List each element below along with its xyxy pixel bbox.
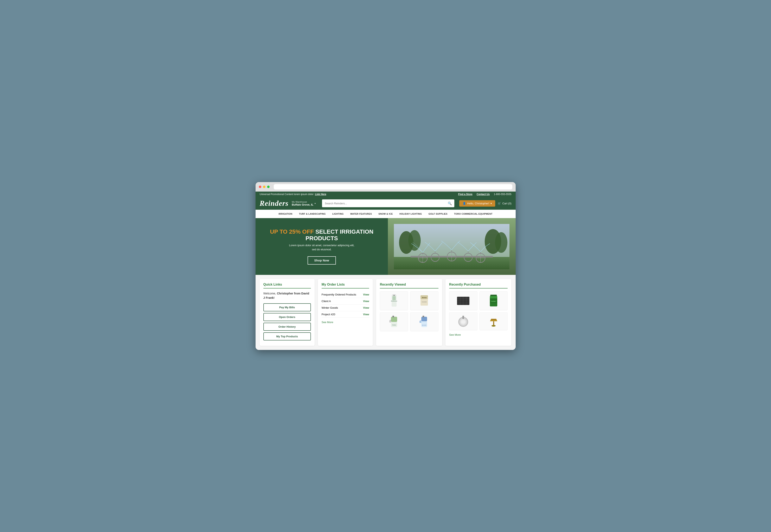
site-header: Reinders My Warehouse Buffalo Grove, IL … (256, 197, 516, 210)
nav-snow-ice[interactable]: SNOW & ICE (375, 210, 396, 218)
recently-purchased-item-0[interactable] (449, 291, 477, 310)
search-bar: 🔍 (322, 199, 454, 207)
nav-turf[interactable]: TURF & LANDSCAPING (296, 210, 329, 218)
svg-rect-49 (490, 295, 497, 296)
recently-viewed-item-1[interactable]: Arena Insecticide (410, 291, 438, 310)
welcome-message: Welcome, Christopher from David J Frank! (264, 291, 311, 300)
svg-rect-27 (392, 296, 396, 300)
order-lists-see-more[interactable]: See More (322, 321, 369, 324)
nav-water-features[interactable]: WATER FEATURES (347, 210, 375, 218)
order-list-view-0[interactable]: View (363, 293, 369, 296)
svg-point-58 (461, 320, 465, 324)
maximize-dot[interactable] (267, 186, 270, 188)
dropdown-icon: ▾ (490, 202, 492, 205)
recently-viewed-grid: BioAdvanced Arena Insecticide (380, 291, 438, 331)
svg-rect-36 (392, 316, 394, 317)
recently-viewed-title: Recently Viewed (380, 283, 438, 288)
recently-purchased-item-1[interactable]: NUTREX (479, 291, 508, 310)
my-top-products-button[interactable]: My Top Products (264, 332, 311, 340)
quick-links-title: Quick Links (264, 283, 311, 288)
order-list-view-3[interactable]: View (363, 313, 369, 316)
hero-right-image (388, 218, 515, 275)
contact-link[interactable]: Contact Us (477, 193, 490, 196)
user-icon: 👤 (463, 202, 466, 205)
recently-viewed-item-0[interactable]: BioAdvanced (380, 291, 408, 310)
nav-holiday-lighting[interactable]: HOLIDAY LIGHTING (396, 210, 425, 218)
recently-purchased-title: Recently Purchased (449, 283, 508, 288)
list-item: Client A View (322, 298, 369, 305)
svg-point-28 (393, 295, 395, 296)
hero-discount: UP TO 25% OFF SELECT IRRIGATION PRODUCTS (264, 228, 380, 242)
minimize-dot[interactable] (263, 186, 266, 188)
recently-purchased-see-more[interactable]: See More (449, 333, 508, 336)
cart-icon: 🛒 (498, 202, 501, 205)
site-logo[interactable]: Reinders (260, 199, 289, 208)
pay-my-bills-button[interactable]: Pay My Bills (264, 303, 311, 311)
order-list-name: Frequently Ordered Products (322, 293, 356, 296)
nav-lighting[interactable]: LIGHTING (329, 210, 347, 218)
promo-link[interactable]: Link Here (315, 193, 326, 196)
cart-button[interactable]: 🛒 Cart (0) (498, 202, 511, 205)
sprinkler-illustration (388, 224, 515, 269)
svg-rect-59 (462, 316, 464, 319)
warehouse-label: My Warehouse (292, 201, 314, 203)
hero-banner: UP TO 25% OFF SELECT IRRIGATION PRODUCTS… (256, 218, 516, 275)
phone-number: 1-800-555-5555 (494, 193, 511, 196)
warehouse-location: Buffalo Grove, IL (292, 203, 314, 206)
address-bar[interactable] (274, 184, 512, 189)
warehouse-selector[interactable]: My Warehouse Buffalo Grove, IL ▾ (292, 201, 319, 206)
product-image-0: BioAdvanced (388, 294, 400, 308)
svg-text:NUTREX: NUTREX (491, 301, 496, 302)
find-store-link[interactable]: Find a Store (458, 193, 472, 196)
user-menu-button[interactable]: 👤 Hello, Christopher! ▾ (459, 200, 495, 207)
quick-links-card: Quick Links Welcome, Christopher from Da… (260, 279, 315, 346)
browser-chrome (256, 182, 516, 192)
order-list-name: Client A (322, 300, 331, 303)
recently-purchased-card: Recently Purchased (445, 279, 511, 346)
shop-now-button[interactable]: Shop Now (308, 256, 336, 265)
nav-golf[interactable]: GOLF SUPPLIES (425, 210, 451, 218)
list-item: Project #20 View (322, 311, 369, 318)
svg-rect-40 (423, 316, 424, 317)
product-image-1: Arena Insecticide (418, 294, 430, 308)
product-image-rp3 (487, 315, 500, 328)
svg-text:Insecticide: Insecticide (422, 301, 427, 302)
recently-viewed-item-3[interactable]: Spectracide (410, 312, 438, 331)
svg-text:Fertilizer: Fertilizer (392, 324, 396, 326)
search-input[interactable] (322, 202, 445, 205)
nav-irrigation[interactable]: IRRIGATION (275, 210, 296, 218)
svg-text:BioAdvanced: BioAdvanced (391, 300, 397, 302)
order-list-view-2[interactable]: View (363, 306, 369, 309)
recently-purchased-item-3[interactable] (479, 312, 508, 330)
hero-description: Lorem ipsum dolor sit amet, consectetur … (289, 243, 355, 251)
chevron-down-icon: ▾ (315, 202, 316, 205)
svg-rect-62 (493, 321, 494, 325)
promo-right-links: Find a Store Contact Us 1-800-555-5555 (458, 193, 511, 196)
order-list-name: Winter Goods (322, 306, 338, 309)
svg-rect-51 (490, 296, 497, 298)
svg-rect-35 (391, 317, 397, 322)
svg-text:Spectracide: Spectracide (422, 325, 427, 326)
svg-rect-61 (491, 319, 496, 320)
promo-text: Universal Promotional Content lorem ipsu… (260, 193, 326, 196)
recently-viewed-item-2[interactable]: Fertilizer (380, 312, 408, 331)
browser-window: Universal Promotional Content lorem ipsu… (256, 182, 516, 350)
svg-point-63 (491, 325, 496, 327)
list-item: Winter Goods View (322, 305, 369, 311)
cart-label: Cart (0) (502, 202, 511, 205)
search-button[interactable]: 🔍 (445, 201, 454, 205)
open-orders-button[interactable]: Open Orders (264, 313, 311, 321)
svg-text:Arena: Arena (422, 297, 427, 299)
order-lists-title: My Order Lists (322, 283, 369, 288)
recently-purchased-item-2[interactable] (449, 312, 477, 330)
close-dot[interactable] (259, 186, 261, 188)
order-list-view-1[interactable]: View (363, 300, 369, 303)
product-image-rp1: NUTREX (487, 294, 500, 308)
nav-toro[interactable]: TORO COMMERCIAL EQUIPMENT (451, 210, 496, 218)
order-list-name: Project #20 (322, 313, 335, 316)
product-image-rp2 (457, 315, 470, 328)
promo-bar: Universal Promotional Content lorem ipsu… (256, 192, 516, 197)
order-history-button[interactable]: Order History (264, 323, 311, 331)
main-content: Quick Links Welcome, Christopher from Da… (256, 275, 516, 350)
user-greeting: Hello, Christopher! (467, 202, 489, 205)
